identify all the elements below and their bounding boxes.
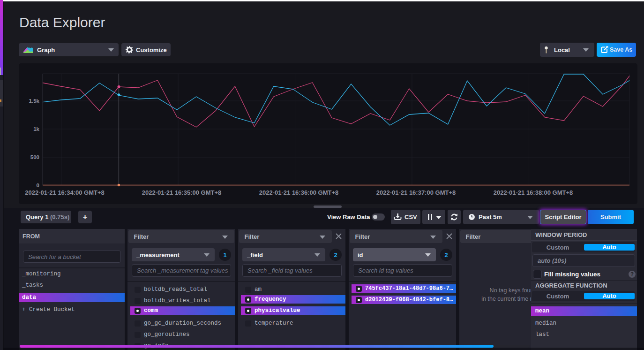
svg-text:2022-01-21 16:38:00 GMT+8: 2022-01-21 16:38:00 GMT+8 — [494, 189, 573, 196]
svg-text:2022-01-21 16:37:00 GMT+8: 2022-01-21 16:37:00 GMT+8 — [376, 189, 456, 196]
svg-text:2022-01-21 16:34:00 GMT+8: 2022-01-21 16:34:00 GMT+8 — [25, 189, 104, 196]
svg-text:0: 0 — [37, 183, 39, 188]
svg-text:500: 500 — [30, 154, 39, 160]
svg-text:1k: 1k — [33, 126, 39, 132]
svg-text:1.5k: 1.5k — [29, 98, 40, 104]
svg-text:2022-01-21 16:35:00 GMT+8: 2022-01-21 16:35:00 GMT+8 — [142, 189, 221, 196]
svg-text:2022-01-21 16:36:00 GMT+8: 2022-01-21 16:36:00 GMT+8 — [259, 189, 338, 196]
